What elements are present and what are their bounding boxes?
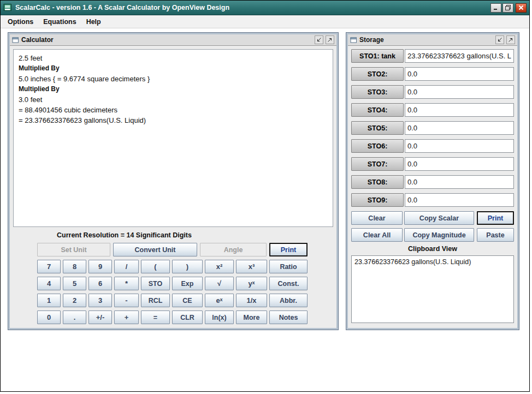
sto4-button[interactable]: STO4: xyxy=(351,103,404,117)
sto3-button[interactable]: STO3: xyxy=(351,85,404,99)
storage-slot-row: STO2: xyxy=(351,67,514,81)
key-add[interactable]: + xyxy=(114,311,139,324)
sto1-button[interactable]: STO1: tank xyxy=(351,49,404,63)
frame-maximize-button[interactable] xyxy=(506,35,515,44)
key-multiply[interactable]: * xyxy=(114,277,139,290)
ln-button[interactable]: ln(x) xyxy=(205,311,234,324)
storage-slot-row: STO4: xyxy=(351,103,514,117)
minimize-button[interactable] xyxy=(490,3,501,13)
key-reciprocal[interactable]: 1/x xyxy=(236,294,267,307)
menu-help[interactable]: Help xyxy=(81,16,106,27)
key-right-paren[interactable]: ) xyxy=(172,260,203,273)
key-x-squared[interactable]: x² xyxy=(205,260,234,273)
calculator-frame: Calculator 2.5 feet Multiplied By 5.0 in… xyxy=(8,33,338,330)
sto1-field[interactable] xyxy=(405,49,514,63)
clear-button[interactable]: Clear xyxy=(351,211,403,225)
key-divide[interactable]: / xyxy=(114,260,139,273)
sto7-button[interactable]: STO7: xyxy=(351,157,404,171)
titlebar-texture xyxy=(389,37,490,44)
calculator-titlebar[interactable]: Calculator xyxy=(10,34,336,46)
resolution-label: Current Resolution = 14 Significant Digi… xyxy=(57,231,333,239)
const-button[interactable]: Const. xyxy=(269,277,308,290)
menu-options[interactable]: Options xyxy=(3,16,38,27)
abbr-button[interactable]: Abbr. xyxy=(269,294,308,307)
sto8-button[interactable]: STO8: xyxy=(351,175,404,189)
sto9-field[interactable] xyxy=(405,193,514,207)
window-titlebar[interactable]: ScalarCalc - version 1.6 - A Scalar Calc… xyxy=(1,1,529,15)
storage-titlebar[interactable]: Storage xyxy=(348,34,517,46)
key-0[interactable]: 0 xyxy=(37,311,61,324)
storage-frame-icon xyxy=(350,37,357,44)
key-x-cubed[interactable]: x³ xyxy=(236,260,267,273)
storage-body: STO1: tank STO2: STO3: STO4: STO5: xyxy=(348,46,517,327)
display-line: Multiplied By xyxy=(19,84,328,94)
sto3-field[interactable] xyxy=(405,85,514,99)
menu-equations[interactable]: Equations xyxy=(38,16,81,27)
key-9[interactable]: 9 xyxy=(88,260,112,273)
equals-button[interactable]: = xyxy=(141,311,170,324)
close-button[interactable] xyxy=(516,3,527,13)
print-button[interactable]: Print xyxy=(269,243,308,256)
sto9-button[interactable]: STO9: xyxy=(351,193,404,207)
storage-slot-row: STO3: xyxy=(351,85,514,99)
storage-slot-row: STO7: xyxy=(351,157,514,171)
key-7[interactable]: 7 xyxy=(37,260,61,273)
sto2-field[interactable] xyxy=(405,67,514,81)
key-6[interactable]: 6 xyxy=(88,277,112,290)
calculator-frame-title: Calculator xyxy=(21,36,54,44)
clipboard-view[interactable]: 23.376623376623 gallons(U.S. Liquid) xyxy=(351,255,514,323)
storage-slot-row: STO8: xyxy=(351,175,514,189)
key-1[interactable]: 1 xyxy=(37,294,61,307)
set-unit-button[interactable]: Set Unit xyxy=(37,243,110,256)
maximize-button[interactable] xyxy=(503,3,513,13)
convert-unit-button[interactable]: Convert Unit xyxy=(113,243,197,256)
display-line: = 88.4901456 cubic decimeters xyxy=(19,105,328,115)
frame-restore-button[interactable] xyxy=(495,35,504,44)
storage-slot-row: STO1: tank xyxy=(351,49,514,63)
key-4[interactable]: 4 xyxy=(37,277,61,290)
sto5-button[interactable]: STO5: xyxy=(351,121,404,135)
sto6-button[interactable]: STO6: xyxy=(351,139,404,153)
paste-button[interactable]: Paste xyxy=(477,228,514,242)
key-y-pow-x[interactable]: yˣ xyxy=(236,277,267,290)
copy-magnitude-button[interactable]: Copy Magnitude xyxy=(404,228,474,242)
key-3[interactable]: 3 xyxy=(88,294,112,307)
exp-button[interactable]: Exp xyxy=(172,277,203,290)
notes-button[interactable]: Notes xyxy=(269,311,308,324)
sto2-button[interactable]: STO2: xyxy=(351,67,404,81)
calculator-top-buttons: Set Unit Convert Unit Angle Print xyxy=(37,243,333,256)
storage-print-button[interactable]: Print xyxy=(477,211,514,225)
calculator-body: 2.5 feet Multiplied By 5.0 inches { = 9.… xyxy=(10,46,336,327)
key-plus-minus[interactable]: +/- xyxy=(88,311,112,324)
clipboard-view-label: Clipboard View xyxy=(351,245,514,253)
clear-all-button[interactable]: Clear All xyxy=(351,228,403,242)
sto4-field[interactable] xyxy=(405,103,514,117)
ce-button[interactable]: CE xyxy=(172,294,203,307)
key-5[interactable]: 5 xyxy=(63,277,86,290)
window-title: ScalarCalc - version 1.6 - A Scalar Calc… xyxy=(15,4,229,11)
rcl-button[interactable]: RCL xyxy=(141,294,170,307)
sto8-field[interactable] xyxy=(405,175,514,189)
sto6-field[interactable] xyxy=(405,139,514,153)
key-decimal[interactable]: . xyxy=(63,311,86,324)
more-button[interactable]: More xyxy=(236,311,267,324)
ratio-button[interactable]: Ratio xyxy=(269,260,308,273)
key-sqrt[interactable]: √ xyxy=(205,277,234,290)
sto7-field[interactable] xyxy=(405,157,514,171)
key-e-pow-x[interactable]: eˣ xyxy=(205,294,234,307)
frame-restore-button[interactable] xyxy=(315,35,323,44)
sto5-field[interactable] xyxy=(405,121,514,135)
window-controls xyxy=(490,3,527,13)
copy-scalar-button[interactable]: Copy Scalar xyxy=(404,211,474,225)
angle-button[interactable]: Angle xyxy=(200,243,267,256)
storage-slot-row: STO9: xyxy=(351,193,514,207)
key-2[interactable]: 2 xyxy=(63,294,86,307)
frame-maximize-button[interactable] xyxy=(326,35,334,44)
key-subtract[interactable]: - xyxy=(114,294,139,307)
display-line: = 23.376623376623 gallons(U.S. Liquid) xyxy=(19,115,328,126)
storage-frame-title: Storage xyxy=(359,36,384,44)
sto-button[interactable]: STO xyxy=(141,277,170,290)
key-8[interactable]: 8 xyxy=(63,260,86,273)
key-left-paren[interactable]: ( xyxy=(141,260,170,273)
clr-button[interactable]: CLR xyxy=(172,311,203,324)
